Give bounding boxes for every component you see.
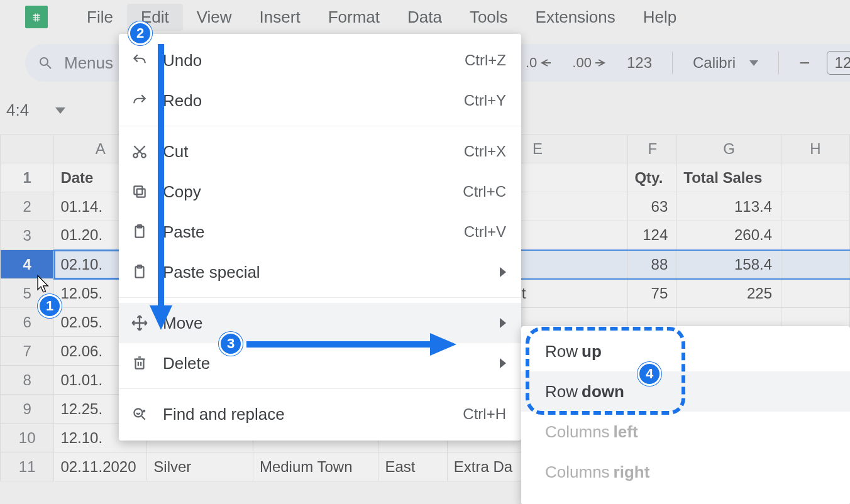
row-header[interactable]: 9 [1,395,54,424]
cell[interactable]: 113.4 [677,192,781,221]
menubar-item-view[interactable]: View [183,4,246,31]
chevron-right-icon [500,318,506,328]
row-header[interactable]: 3 [1,221,54,250]
font-picker[interactable]: Calibri [689,54,762,72]
chevron-down-icon [749,60,758,66]
cell[interactable] [781,163,850,192]
menubar-item-format[interactable]: Format [314,4,394,31]
cell[interactable]: 75 [628,279,677,308]
decrease-decimal-button[interactable]: .0 [522,52,556,74]
redo-icon [130,91,149,110]
menubar-item-data[interactable]: Data [394,4,456,31]
svg-point-5 [133,153,138,158]
menu-separator [119,388,521,389]
menubar-item-tools[interactable]: Tools [456,4,522,31]
cell[interactable]: 02.11.2020 [54,452,147,481]
cell[interactable]: Qty. [628,163,677,192]
svg-line-2 [47,65,51,68]
col-header-H[interactable]: H [781,135,850,163]
row-header[interactable]: 10 [1,424,54,452]
cell[interactable] [781,221,850,250]
move-icon [130,314,149,332]
annotation-arrow-horizontal [246,332,460,357]
row-header[interactable]: 11 [1,452,54,481]
col-header-G[interactable]: G [677,135,781,163]
font-name: Calibri [693,54,736,72]
menu-item-paste-special[interactable]: Paste special [119,252,521,292]
cell[interactable] [781,192,850,221]
svg-point-1 [40,58,48,65]
menu-item-cut[interactable]: CutCtrl+X [119,131,521,172]
cell[interactable]: 260.4 [677,221,781,250]
row-header[interactable]: 7 [1,337,54,366]
cell[interactable]: East [378,452,447,481]
svg-marker-18 [430,333,456,356]
menubar-item-file[interactable]: File [73,4,127,31]
row-header[interactable]: 1 [1,163,54,192]
cell[interactable]: 63 [628,192,677,221]
chevron-down-icon [55,107,65,114]
font-size-decrease-button[interactable]: − [795,50,814,76]
menu-item-redo[interactable]: RedoCtrl+Y [119,80,521,121]
search-icon [38,55,53,70]
annotation-highlight-box [526,327,685,415]
annotation-arrow-vertical [148,44,174,333]
cell[interactable]: 124 [628,221,677,250]
svg-rect-13 [136,359,144,369]
menu-item-find-and-replace[interactable]: Find and replaceCtrl+H [119,394,521,434]
annotation-badge-2: 2 [128,21,152,45]
cell[interactable]: 225 [677,279,781,308]
undo-icon [130,51,149,70]
edit-menu-dropdown: UndoCtrl+ZRedoCtrl+YCutCtrl+XCopyCtrl+CP… [119,34,521,441]
paste-icon [130,222,149,241]
cursor-icon [35,274,53,293]
name-box[interactable]: 4:4 [6,101,65,120]
toolbar-separator [672,52,673,74]
cut-icon [130,142,149,161]
svg-point-6 [141,153,146,158]
increase-decimal-button[interactable]: .00 [568,52,610,74]
col-header-F[interactable]: F [628,135,677,163]
cell[interactable] [781,250,850,279]
name-box-value: 4:4 [6,101,29,120]
svg-rect-8 [134,186,142,194]
annotation-badge-4: 4 [638,362,661,386]
chevron-right-icon [500,358,506,368]
cell[interactable]: 158.4 [677,250,781,279]
chevron-right-icon [500,267,506,277]
find-icon [130,405,149,424]
sheets-app-icon [25,6,48,28]
select-all-corner[interactable] [1,135,54,163]
number-format-button[interactable]: 123 [623,52,656,74]
svg-point-14 [134,408,142,417]
cell[interactable] [781,279,850,308]
menu-item-copy[interactable]: CopyCtrl+C [119,172,521,212]
svg-marker-16 [150,305,172,330]
menu-separator [119,297,521,298]
cell[interactable]: 88 [628,250,677,279]
menubar-item-extensions[interactable]: Extensions [522,4,629,31]
delete-icon [130,354,149,373]
toolbar-menus-label[interactable]: Menus [64,53,113,73]
cell[interactable]: Total Sales [677,163,781,192]
menubar: FileEditViewInsertFormatDataToolsExtensi… [0,0,690,34]
annotation-badge-1: 1 [38,294,62,318]
menu-item-undo[interactable]: UndoCtrl+Z [119,40,521,80]
paste-icon [130,263,149,282]
submenu-item-columns-left: Columnsleft [521,412,850,452]
menu-separator [119,126,521,126]
submenu-item-columns-right: Columnsright [521,452,850,492]
menubar-item-insert[interactable]: Insert [246,4,314,31]
cell[interactable]: Silver [147,452,253,481]
svg-rect-0 [31,12,42,23]
svg-rect-7 [137,189,145,197]
row-header[interactable]: 2 [1,192,54,221]
cell[interactable]: Medium Town [253,452,378,481]
row-header[interactable]: 8 [1,366,54,395]
copy-icon [130,182,149,201]
menubar-item-help[interactable]: Help [629,4,690,31]
annotation-badge-3: 3 [219,332,243,356]
toolbar-separator [778,52,779,74]
font-size-input[interactable]: 12 [827,51,850,75]
menu-item-paste[interactable]: PasteCtrl+V [119,212,521,252]
